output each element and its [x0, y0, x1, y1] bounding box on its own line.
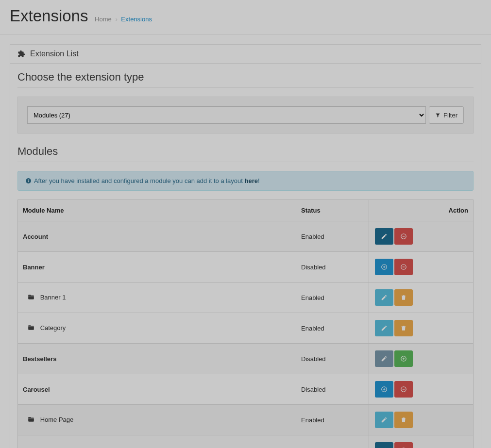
edit-button[interactable]	[375, 412, 393, 428]
module-actions	[369, 221, 474, 252]
delete-button[interactable]	[394, 320, 413, 336]
page-title: Extensions	[10, 7, 88, 25]
pencil-icon	[381, 416, 388, 423]
module-status: Enabled	[296, 221, 369, 252]
svg-rect-1	[28, 180, 29, 182]
breadcrumb: Home › Extensions	[95, 16, 152, 23]
add-button[interactable]	[375, 381, 393, 398]
module-name-cell: Account	[18, 221, 296, 252]
module-status: Disabled	[296, 374, 369, 405]
module-status: Enabled	[296, 405, 369, 435]
module-status: Enabled	[296, 313, 369, 344]
pencil-icon	[381, 294, 388, 301]
module-status: Disabled	[296, 344, 369, 374]
module-actions	[369, 282, 474, 313]
puzzle-icon	[17, 50, 25, 58]
breadcrumb-home[interactable]: Home	[95, 16, 112, 23]
info-icon	[25, 178, 32, 184]
module-name: Home Page	[40, 416, 74, 423]
module-name-cell: Category	[18, 313, 296, 344]
col-module-name: Module Name	[18, 200, 296, 221]
minus-icon	[400, 386, 407, 393]
module-name-cell: Carousel	[18, 374, 296, 405]
breadcrumb-current[interactable]: Extensions	[121, 16, 152, 23]
filter-button[interactable]: Filter	[429, 106, 464, 124]
module-child-row: Home PageEnabled	[18, 405, 474, 435]
module-actions	[369, 435, 474, 448]
plus-icon	[381, 386, 388, 393]
filter-icon	[435, 113, 440, 118]
delete-button[interactable]	[394, 289, 413, 306]
pencil-icon	[381, 233, 388, 240]
module-name-cell: Banner	[18, 252, 296, 282]
module-actions	[369, 344, 474, 374]
uninstall-button[interactable]	[394, 259, 413, 275]
minus-icon	[400, 233, 407, 240]
module-actions	[369, 313, 474, 344]
col-action: Action	[369, 200, 474, 221]
svg-rect-2	[28, 179, 29, 180]
module-name-cell: Bestsellers	[18, 344, 296, 374]
pencil-icon	[381, 325, 388, 332]
edit-button[interactable]	[375, 442, 393, 448]
edit-button[interactable]	[375, 289, 393, 306]
module-status: Enabled	[296, 435, 369, 448]
uninstall-button[interactable]	[394, 381, 413, 398]
module-row: BannerDisabled	[18, 252, 474, 282]
plus-icon	[381, 264, 388, 270]
module-child-row: CategoryEnabled	[18, 313, 474, 344]
install-button[interactable]	[394, 350, 413, 367]
edit-button[interactable]	[375, 228, 393, 245]
module-status: Disabled	[296, 252, 369, 282]
module-row: AccountEnabled	[18, 221, 474, 252]
edit-button[interactable]	[375, 320, 393, 336]
extension-list-panel: Extension List Choose the extension type…	[10, 44, 481, 448]
info-alert: After you have installed and configured …	[17, 171, 474, 191]
page-header: Extensions Home › Extensions	[0, 0, 491, 34]
module-child-row: Banner 1Enabled	[18, 282, 474, 313]
choose-heading: Choose the extension type	[17, 71, 474, 88]
module-row: CarouselDisabled	[18, 374, 474, 405]
trash-icon	[400, 325, 407, 332]
uninstall-button[interactable]	[394, 442, 413, 448]
pencil-icon	[381, 355, 388, 362]
module-name: Banner 1	[40, 294, 66, 301]
delete-button[interactable]	[394, 412, 413, 428]
module-actions	[369, 374, 474, 405]
trash-icon	[400, 294, 407, 301]
panel-heading: Extension List	[10, 45, 481, 64]
module-actions	[369, 252, 474, 282]
trash-icon	[400, 416, 407, 423]
minus-icon	[400, 264, 407, 270]
modules-table: Module Name Status Action AccountEnabled…	[17, 199, 474, 448]
module-name-cell: Home Page	[18, 405, 296, 435]
modules-heading: Modules	[17, 145, 474, 162]
layout-link[interactable]: here	[245, 177, 258, 184]
add-button[interactable]	[375, 259, 393, 275]
uninstall-button[interactable]	[394, 228, 413, 245]
folder-open-icon	[28, 294, 34, 300]
edit-button[interactable]	[375, 350, 393, 367]
extension-type-select[interactable]: Modules (27)	[27, 106, 426, 124]
col-status: Status	[296, 200, 369, 221]
module-status: Enabled	[296, 282, 369, 313]
filter-well: Modules (27) Filter	[17, 97, 474, 133]
module-name-cell: Category	[18, 435, 296, 448]
folder-open-icon	[28, 324, 34, 331]
panel-heading-text: Extension List	[30, 50, 79, 58]
module-row: CategoryEnabled	[18, 435, 474, 448]
module-actions	[369, 405, 474, 435]
module-name-cell: Banner 1	[18, 282, 296, 313]
module-row: BestsellersDisabled	[18, 344, 474, 374]
module-name: Category	[40, 324, 66, 332]
plus-icon	[400, 355, 407, 362]
folder-open-icon	[28, 416, 34, 423]
